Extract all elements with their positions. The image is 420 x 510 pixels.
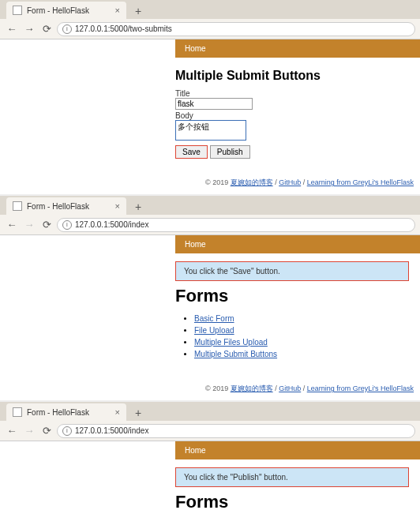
home-link[interactable]: Home: [185, 240, 206, 249]
page-icon: [13, 201, 22, 211]
browser-window-1: Form - HelloFlask × + ← → ⟳ i Home Multi…: [0, 0, 420, 196]
site-info-icon[interactable]: i: [62, 24, 72, 34]
browser-window-3: Form - HelloFlask × + ← → ⟳ i Home You c…: [0, 402, 420, 510]
list-item: File Upload: [194, 324, 409, 336]
footer-author-link[interactable]: 夏婉如的博客: [231, 384, 273, 392]
url-input[interactable]: [75, 426, 410, 435]
tab-title: Form - HelloFlask: [27, 6, 111, 15]
link-multi-files[interactable]: Multiple Files Upload: [194, 338, 268, 347]
list-item: Basic Form: [194, 313, 409, 324]
page-content: Home You click the "Save" button. Forms …: [0, 235, 420, 400]
flash-message: You click the "Publish" button.: [175, 467, 409, 487]
browser-window-2: Form - HelloFlask × + ← → ⟳ i Home You c…: [0, 196, 420, 402]
browser-toolbar: ← → ⟳ i: [0, 19, 420, 39]
body-label: Body: [175, 111, 409, 120]
home-link[interactable]: Home: [185, 446, 206, 455]
browser-toolbar: ← → ⟳ i: [0, 421, 420, 441]
nav-back-icon[interactable]: ←: [5, 218, 19, 232]
flash-message: You click the "Save" button.: [175, 261, 409, 281]
nav-back-icon[interactable]: ←: [5, 22, 19, 36]
link-multi-submit[interactable]: Multiple Submit Buttons: [194, 350, 277, 358]
new-tab-button[interactable]: +: [129, 3, 147, 19]
link-file-upload[interactable]: File Upload: [194, 326, 234, 335]
browser-tab[interactable]: Form - HelloFlask ×: [6, 2, 126, 19]
page-content: Home Multiple Submit Buttons Title Body …: [0, 39, 420, 194]
tab-title: Form - HelloFlask: [27, 202, 111, 211]
site-nav: Home: [175, 39, 420, 58]
browser-tab[interactable]: Form - HelloFlask ×: [6, 403, 126, 421]
tab-strip: Form - HelloFlask × +: [0, 0, 420, 19]
footer-learning-link[interactable]: Learning from GreyLi's HelloFlask: [307, 178, 414, 186]
address-bar[interactable]: i: [57, 218, 415, 232]
page-icon: [13, 6, 22, 15]
page-heading: Multiple Submit Buttons: [175, 69, 409, 83]
nav-reload-icon[interactable]: ⟳: [39, 424, 54, 438]
footer-learning-link[interactable]: Learning from GreyLi's HelloFlask: [307, 384, 414, 392]
address-bar[interactable]: i: [57, 22, 415, 36]
site-nav: Home: [175, 235, 420, 253]
site-nav: Home: [175, 441, 420, 459]
list-item: Multiple Submit Buttons: [194, 348, 409, 360]
nav-forward-icon[interactable]: →: [22, 22, 36, 36]
footer-github-link[interactable]: GitHub: [279, 384, 301, 392]
url-input[interactable]: [75, 24, 410, 33]
address-bar[interactable]: i: [57, 424, 415, 438]
footer-author-link[interactable]: 夏婉如的博客: [231, 178, 273, 186]
close-icon[interactable]: ×: [115, 407, 120, 417]
home-link[interactable]: Home: [185, 44, 206, 53]
nav-forward-icon: →: [22, 218, 36, 232]
url-input[interactable]: [75, 220, 410, 229]
page-content: Home You click the "Publish" button. For…: [0, 441, 420, 510]
browser-tab[interactable]: Form - HelloFlask ×: [6, 197, 126, 215]
page-heading: Forms: [175, 492, 409, 510]
body-textarea[interactable]: [175, 120, 246, 141]
page-icon: [13, 407, 22, 417]
nav-reload-icon[interactable]: ⟳: [39, 22, 54, 36]
nav-forward-icon: →: [22, 424, 36, 438]
close-icon[interactable]: ×: [115, 201, 120, 211]
site-info-icon[interactable]: i: [62, 426, 72, 436]
nav-back-icon[interactable]: ←: [5, 424, 19, 438]
tab-strip: Form - HelloFlask × +: [0, 196, 420, 215]
save-button[interactable]: Save: [175, 145, 208, 159]
footer: © 2019 夏婉如的博客 / GitHub / Learning from G…: [175, 369, 420, 400]
site-info-icon[interactable]: i: [62, 220, 72, 230]
title-label: Title: [175, 89, 409, 98]
new-tab-button[interactable]: +: [129, 405, 147, 421]
browser-toolbar: ← → ⟳ i: [0, 215, 420, 235]
publish-button[interactable]: Publish: [210, 145, 250, 159]
list-item: Multiple Files Upload: [194, 336, 409, 348]
form-link-list: Basic Form File Upload Multiple Files Up…: [194, 313, 409, 360]
title-input[interactable]: [175, 98, 253, 110]
new-tab-button[interactable]: +: [129, 199, 147, 215]
link-basic-form[interactable]: Basic Form: [194, 314, 234, 323]
page-heading: Forms: [175, 286, 409, 306]
tab-title: Form - HelloFlask: [27, 408, 111, 417]
nav-reload-icon[interactable]: ⟳: [39, 218, 54, 232]
close-icon[interactable]: ×: [115, 6, 120, 15]
tab-strip: Form - HelloFlask × +: [0, 402, 420, 421]
footer-github-link[interactable]: GitHub: [279, 178, 301, 186]
footer: © 2019 夏婉如的博客 / GitHub / Learning from G…: [175, 163, 420, 194]
